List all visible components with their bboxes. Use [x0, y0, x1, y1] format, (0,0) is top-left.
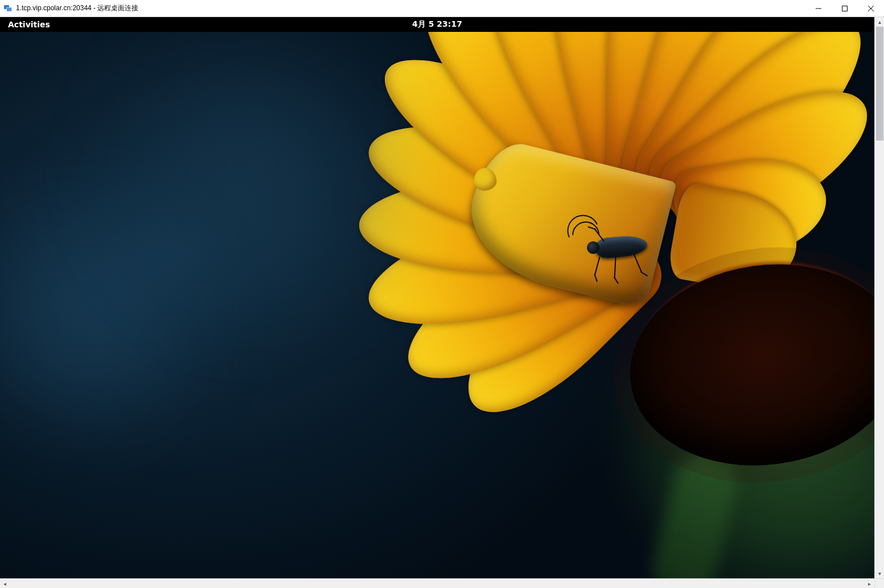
- window-titlebar: 1.tcp.vip.cpolar.cn:20344 - 远程桌面连接: [0, 0, 884, 17]
- minimize-button[interactable]: [805, 0, 832, 17]
- vertical-scrollbar-thumb[interactable]: [876, 27, 883, 141]
- remote-viewport: Activities 4月 5 23:17: [0, 17, 884, 588]
- horizontal-scrollbar-track[interactable]: [10, 579, 865, 588]
- window-controls: [805, 0, 884, 17]
- activities-button[interactable]: Activities: [8, 20, 50, 29]
- remote-desktop[interactable]: Activities 4月 5 23:17: [0, 17, 874, 578]
- svg-rect-2: [842, 6, 848, 11]
- scrollbar-corner: [874, 578, 884, 588]
- desktop-wallpaper: [0, 32, 874, 578]
- vertical-scrollbar[interactable]: ▴ ▾: [874, 17, 884, 578]
- close-button[interactable]: [858, 0, 884, 17]
- vertical-scrollbar-track[interactable]: [875, 27, 884, 569]
- svg-rect-1: [7, 7, 12, 11]
- maximize-button[interactable]: [832, 0, 858, 17]
- scroll-down-button[interactable]: ▾: [875, 569, 885, 578]
- gnome-topbar: Activities 4月 5 23:17: [0, 17, 874, 32]
- window-title: 1.tcp.vip.cpolar.cn:20344 - 远程桌面连接: [16, 3, 138, 13]
- horizontal-scrollbar[interactable]: ◂ ▸: [0, 578, 874, 588]
- wallpaper-insect: [567, 211, 657, 281]
- scroll-left-button[interactable]: ◂: [0, 579, 10, 589]
- wallpaper-flower: [356, 32, 874, 567]
- rdp-icon: [3, 4, 13, 13]
- gnome-clock[interactable]: 4月 5 23:17: [412, 19, 462, 30]
- scroll-up-button[interactable]: ▴: [875, 17, 885, 27]
- scroll-right-button[interactable]: ▸: [865, 579, 874, 589]
- titlebar-left: 1.tcp.vip.cpolar.cn:20344 - 远程桌面连接: [0, 3, 138, 13]
